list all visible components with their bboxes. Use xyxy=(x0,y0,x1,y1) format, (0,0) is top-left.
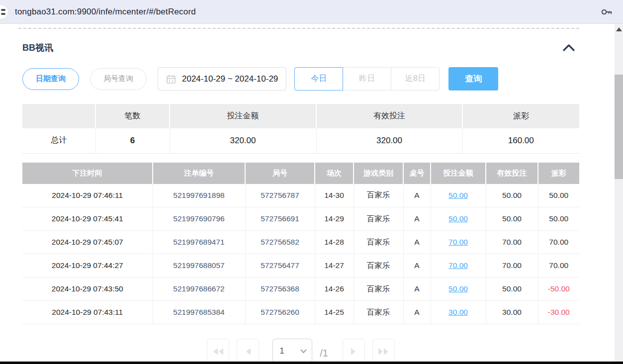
bet-time-cell: 2024-10-29 07:45:07 xyxy=(22,231,153,254)
today-button[interactable]: 今日 xyxy=(294,67,343,91)
summary-table: 笔数 投注金额 有效投注 派彩 总计 6 320.00 320.00 160.0… xyxy=(22,104,579,154)
col-header-session: 场次 xyxy=(315,163,354,184)
summary-header-payout: 派彩 xyxy=(462,104,579,128)
summary-total-row: 总计 6 320.00 320.00 160.00 xyxy=(22,128,579,153)
date-range-value: 2024-10-29 ~ 2024-10-29 xyxy=(182,74,278,84)
payout-cell: 50.00 xyxy=(538,184,579,207)
total-pages-label: /1 xyxy=(320,348,328,359)
bet-time-cell: 2024-10-29 07:44:27 xyxy=(22,254,153,277)
last-8-days-button[interactable]: 近8日 xyxy=(391,67,440,91)
valid-bet-cell: 70.00 xyxy=(486,231,538,254)
vertical-scrollbar[interactable] xyxy=(615,24,623,364)
col-header-round-id: 局号 xyxy=(245,163,315,184)
bet-amount-link[interactable]: 70.00 xyxy=(448,261,468,270)
last-page-button[interactable] xyxy=(372,339,395,364)
yesterday-button[interactable]: 昨日 xyxy=(343,67,391,91)
bet-amount-link[interactable]: 70.00 xyxy=(448,238,468,246)
payout-cell: 70.00 xyxy=(538,254,579,277)
order-id-cell: 521997688057 xyxy=(153,254,245,277)
bet-amount-link[interactable]: 50.00 xyxy=(448,284,468,293)
summary-header-blank xyxy=(22,104,95,128)
page-select-value: 1 xyxy=(279,346,284,356)
round-id-cell: 572756582 xyxy=(245,231,315,254)
table-row: 2024-10-29 07:44:27 521997688057 5727564… xyxy=(22,254,579,277)
table-row: 2024-10-29 07:45:41 521997690796 5727566… xyxy=(22,207,579,231)
bottom-edge-bar xyxy=(0,362,623,364)
col-header-valid-bet: 有效投注 xyxy=(486,163,538,184)
summary-valid-bet-value: 320.00 xyxy=(316,128,462,153)
round-id-cell: 572756368 xyxy=(245,277,315,301)
bet-time-cell: 2024-10-29 07:46:11 xyxy=(22,184,153,207)
left-arrow-icon xyxy=(245,347,252,356)
order-id-cell: 521997690796 xyxy=(153,207,245,231)
session-cell: 14-29 xyxy=(315,207,354,231)
table-no-cell: A xyxy=(403,277,431,301)
double-left-arrow-icon xyxy=(212,347,224,356)
first-page-button[interactable] xyxy=(207,339,229,364)
valid-bet-cell: 70.00 xyxy=(486,254,538,277)
scrollbar-thumb[interactable] xyxy=(615,75,623,179)
valid-bet-cell: 30.00 xyxy=(486,301,538,324)
panel-title: BB视讯 xyxy=(22,42,53,54)
collapse-panel-button[interactable] xyxy=(562,43,575,52)
game-type-cell: 百家乐 xyxy=(354,277,403,301)
pagination: 1 /1 xyxy=(22,339,579,364)
order-id-cell: 521997685384 xyxy=(153,301,245,324)
col-header-payout: 派彩 xyxy=(538,163,579,184)
dashed-divider xyxy=(18,28,579,29)
scrollbar-up-arrow-icon[interactable] xyxy=(616,27,622,31)
key-icon[interactable] xyxy=(600,5,613,20)
search-button[interactable]: 查询 xyxy=(448,67,498,91)
col-header-game-type: 游戏类别 xyxy=(354,163,403,184)
table-no-cell: A xyxy=(403,231,431,254)
browser-address-bar: tongbao31.com:9900/infe/mcenter/#/betRec… xyxy=(0,0,623,24)
col-header-bet-time: 下注时间 xyxy=(22,163,153,184)
bet-record-table: 下注时间 注单编号 局号 场次 游戏类别 桌号 投注金额 有效投注 派彩 202… xyxy=(22,163,579,325)
right-arrow-icon xyxy=(350,347,357,356)
bet-amount-link[interactable]: 30.00 xyxy=(448,308,468,316)
game-type-cell: 百家乐 xyxy=(354,231,403,254)
order-id-cell: 521997691898 xyxy=(153,184,245,207)
next-page-button[interactable] xyxy=(343,339,365,364)
bet-time-cell: 2024-10-29 07:43:50 xyxy=(22,277,153,301)
col-header-table-no: 桌号 xyxy=(403,163,431,184)
summary-count-value: 6 xyxy=(95,128,170,153)
summary-bet-amount-value: 320.00 xyxy=(170,128,316,153)
bet-record-panel: BB视讯 日期查询 局号查询 2024-10-29 ~ 2024-10-29 xyxy=(22,41,579,364)
session-cell: 14-28 xyxy=(315,231,354,254)
payout-cell: 50.00 xyxy=(538,207,579,231)
date-query-tab[interactable]: 日期查询 xyxy=(22,68,79,90)
order-id-cell: 521997686672 xyxy=(153,277,245,301)
double-right-arrow-icon xyxy=(377,347,389,356)
session-cell: 14-25 xyxy=(315,301,354,324)
bet-amount-link[interactable]: 50.00 xyxy=(448,191,468,199)
bet-amount-link[interactable]: 50.00 xyxy=(448,214,468,223)
prev-page-button[interactable] xyxy=(237,339,259,364)
bet-time-cell: 2024-10-29 07:45:41 xyxy=(22,207,153,231)
table-no-cell: A xyxy=(403,207,431,231)
summary-header-valid-bet: 有效投注 xyxy=(316,104,462,128)
table-no-cell: A xyxy=(403,254,431,277)
summary-header-bet-amount: 投注金额 xyxy=(170,104,316,128)
session-cell: 14-26 xyxy=(315,277,354,301)
valid-bet-cell: 50.00 xyxy=(486,184,538,207)
table-no-cell: A xyxy=(403,301,431,324)
valid-bet-cell: 50.00 xyxy=(486,277,538,301)
game-type-cell: 百家乐 xyxy=(354,207,403,231)
summary-total-label: 总计 xyxy=(22,128,95,153)
round-query-tab[interactable]: 局号查询 xyxy=(90,68,147,90)
game-type-cell: 百家乐 xyxy=(354,184,403,207)
col-header-bet-amount: 投注金额 xyxy=(431,163,486,184)
round-id-cell: 572756787 xyxy=(245,184,315,207)
round-id-cell: 572756260 xyxy=(245,301,315,324)
page-select[interactable]: 1 xyxy=(272,339,312,364)
table-no-cell: A xyxy=(403,184,431,207)
quick-date-group: 今日 昨日 近8日 xyxy=(294,67,440,91)
payout-cell: -30.00 xyxy=(538,301,579,324)
date-range-input[interactable]: 2024-10-29 ~ 2024-10-29 xyxy=(158,67,286,91)
session-cell: 14-30 xyxy=(315,184,354,207)
game-type-cell: 百家乐 xyxy=(354,301,403,324)
game-type-cell: 百家乐 xyxy=(354,254,403,277)
address-bar-url[interactable]: tongbao31.com:9900/infe/mcenter/#/betRec… xyxy=(15,7,196,17)
table-row: 2024-10-29 07:45:07 521997689471 5727565… xyxy=(22,231,579,254)
